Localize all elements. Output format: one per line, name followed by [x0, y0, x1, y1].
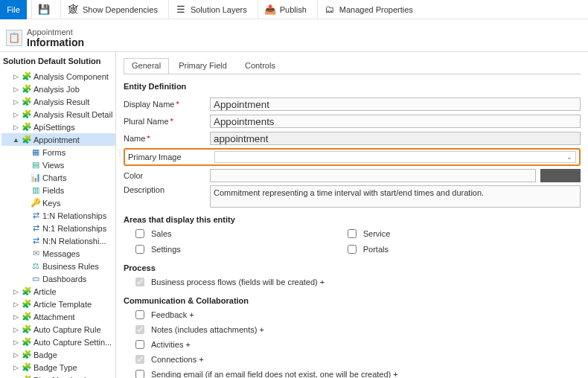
tree-node[interactable]: ▷🧩ApiSettings: [1, 121, 115, 133]
save-icon: 💾: [38, 4, 50, 16]
tree-node[interactable]: ▷🧩Analysis Component: [1, 70, 115, 83]
tree-type-icon: 🧩: [22, 362, 32, 373]
tree-twisty-icon[interactable]: ▷: [12, 313, 20, 321]
tree-twisty-icon[interactable]: ▲: [12, 136, 20, 144]
solution-header: Solution Default Solution: [0, 55, 115, 70]
tree-twisty-icon[interactable]: ▷: [12, 339, 20, 346]
tree-type-icon: 🧩: [22, 299, 32, 310]
tree-type-icon: 🧩: [22, 71, 32, 82]
tree-type-icon: 🧩: [22, 286, 32, 297]
tree-node[interactable]: ▥Fields: [1, 184, 115, 196]
tree-label: Dashboards: [42, 275, 86, 284]
tree-label: Article Template: [33, 300, 92, 309]
process-bpf[interactable]: Business process flows (fields will be c…: [124, 275, 581, 289]
chevron-down-icon: ⌄: [566, 153, 572, 161]
tree-label: Forms: [42, 148, 65, 157]
area-settings[interactable]: Settings: [132, 243, 181, 256]
description-text[interactable]: Commitment representing a time interval …: [210, 185, 581, 208]
tree-node[interactable]: ⇄N:1 Relationships: [1, 222, 115, 234]
tree-node[interactable]: ▷🧩Badge Type: [1, 361, 115, 374]
tree-node[interactable]: ▷🧩Auto Capture Settin...: [1, 336, 115, 348]
page-header: 📋 Appointment Information: [0, 19, 588, 52]
tree-node[interactable]: ⇄1:N Relationships: [1, 209, 115, 222]
tree-type-icon: 🧩: [22, 109, 32, 120]
tree-type-icon: 🧩: [22, 84, 32, 94]
area-sales[interactable]: Sales: [132, 227, 181, 240]
tree-type-icon: 🧩: [22, 375, 32, 379]
tree-twisty-icon[interactable]: ▷: [12, 351, 20, 359]
tree-node[interactable]: ⚖Business Rules: [1, 260, 115, 272]
area-service[interactable]: Service: [345, 227, 391, 240]
tree-twisty-icon[interactable]: ▷: [12, 364, 20, 371]
display-name-input[interactable]: [210, 97, 581, 111]
top-toolbar: File 💾 🕸Show Dependencies ☰Solution Laye…: [0, 0, 588, 19]
tree-type-icon: 🧩: [22, 135, 32, 145]
plural-name-label: Plural Name: [124, 117, 210, 126]
tree-node[interactable]: ▷🧩Badge: [1, 348, 115, 361]
tree-type-icon: ▥: [31, 185, 41, 196]
managed-properties-button[interactable]: 🗂Managed Properties: [317, 0, 419, 19]
tree-twisty-icon[interactable]: ▷: [12, 301, 20, 308]
comm-notes[interactable]: Notes (includes attachments) +: [132, 323, 581, 336]
header-subtitle: Information: [27, 36, 84, 48]
tree-node[interactable]: ▷🧩Attachment: [1, 310, 115, 323]
tree-twisty-icon[interactable]: ▷: [12, 86, 20, 93]
tree-node[interactable]: ▷🧩Analysis Result Detail: [1, 108, 115, 121]
tab-controls[interactable]: Controls: [237, 58, 284, 74]
tree-twisty-icon[interactable]: ▷: [12, 124, 20, 131]
tree-label: Analysis Result: [33, 97, 89, 106]
primary-image-select[interactable]: ⌄: [214, 151, 576, 163]
tree-node[interactable]: ▷🧩Analysis Result: [1, 95, 115, 108]
tree-label: Messages: [42, 249, 80, 258]
color-swatch[interactable]: [540, 169, 581, 182]
comm-activities[interactable]: Activities +: [132, 338, 581, 351]
solution-layers-button[interactable]: ☰Solution Layers: [168, 0, 253, 19]
tree-node[interactable]: ✉Messages: [1, 247, 115, 260]
show-dependencies-button[interactable]: 🕸Show Dependencies: [60, 0, 164, 19]
tree-node[interactable]: ▷🧩Auto Capture Rule: [1, 323, 115, 336]
tree-label: N:N Relationshi...: [42, 237, 106, 246]
tree-twisty-icon[interactable]: ▷: [12, 288, 20, 295]
tree-label: 1:N Relationships: [42, 211, 106, 220]
tab-primary-field[interactable]: Primary Field: [170, 58, 235, 74]
name-label: Name: [124, 134, 210, 143]
plural-name-input[interactable]: [210, 115, 581, 128]
comm-connections[interactable]: Connections +: [132, 353, 581, 366]
tree-node[interactable]: ▷🧩Article Template: [1, 298, 115, 310]
tree-type-icon: ⇄: [31, 223, 41, 234]
comm-feedback[interactable]: Feedback +: [132, 308, 581, 321]
section-comm: Communication & Collaboration: [124, 296, 581, 305]
tree-twisty-icon[interactable]: ▷: [12, 73, 20, 80]
tree-type-icon: 🔑: [31, 198, 41, 208]
tree-type-icon: ✉: [31, 249, 41, 259]
tree-label: Analysis Component: [33, 72, 109, 81]
publish-button[interactable]: 📤Publish: [258, 0, 313, 19]
color-label: Color: [124, 171, 210, 180]
tree-node[interactable]: ▲🧩Appointment: [1, 133, 115, 146]
tree-twisty-icon[interactable]: ▷: [12, 98, 20, 106]
tree-node[interactable]: ▷🧩Bing Map Lookup: [1, 374, 115, 378]
tree-twisty-icon[interactable]: ▷: [12, 111, 20, 118]
tree-type-icon: 🧩: [22, 324, 32, 335]
tree-node[interactable]: ▦Forms: [1, 146, 115, 158]
comm-email[interactable]: Sending email (if an email field does no…: [132, 368, 581, 378]
color-input[interactable]: [210, 169, 536, 182]
tree-node[interactable]: ▷🧩Article: [1, 285, 115, 298]
tree-label: ApiSettings: [33, 123, 75, 132]
tab-general[interactable]: General: [124, 58, 169, 74]
tree-node[interactable]: 📊Charts: [1, 171, 115, 184]
save-button[interactable]: 💾: [31, 0, 56, 19]
tree-node[interactable]: ▤Views: [1, 158, 115, 171]
tree-node[interactable]: ▭Dashboards: [1, 272, 115, 285]
tree-node[interactable]: 🔑Keys: [1, 196, 115, 209]
tree-label: N:1 Relationships: [42, 224, 106, 233]
tree-twisty-icon[interactable]: ▷: [12, 326, 20, 333]
tree-type-icon: 🧩: [22, 122, 32, 132]
primary-image-row-highlight: Primary Image ⌄: [124, 148, 581, 166]
tree-label: Auto Capture Settin...: [33, 338, 112, 347]
tree-node[interactable]: ▷🧩Analysis Job: [1, 83, 115, 95]
tree-node[interactable]: ⇄N:N Relationshi...: [1, 234, 115, 247]
area-portals[interactable]: Portals: [345, 243, 391, 256]
file-menu[interactable]: File: [0, 0, 27, 19]
tree-label: Fields: [42, 186, 64, 195]
